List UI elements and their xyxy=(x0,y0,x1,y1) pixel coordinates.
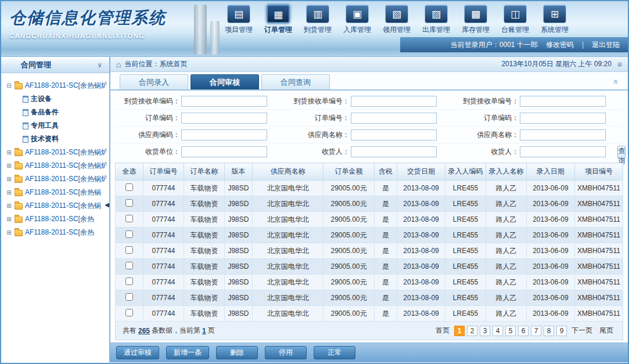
table-row: 077744 车载物资 J98SD 北京国电华北 29005.00元 是 201… xyxy=(116,259,623,275)
breadcrumb: 当前位置：系统首页 xyxy=(124,59,187,69)
page-number-link[interactable]: 7 xyxy=(531,326,541,336)
delivery-date-cell: 2013-08-09 xyxy=(397,228,445,243)
page-number-link[interactable]: 3 xyxy=(480,326,490,336)
row-checkbox[interactable] xyxy=(125,199,133,207)
logout-link[interactable]: 退出登陆 xyxy=(592,40,620,50)
action-button[interactable]: 删除 xyxy=(216,346,258,359)
row-checkbox[interactable] xyxy=(125,277,133,285)
page-number-link[interactable]: 2 xyxy=(467,326,477,336)
action-button[interactable]: 正常 xyxy=(314,346,355,359)
nav-item[interactable]: ⊞ 系统管理 xyxy=(539,5,570,35)
page-number-link[interactable]: 9 xyxy=(556,326,567,336)
tree-item[interactable]: ⊞ AF1188-2011-SC[余热 xyxy=(6,226,107,239)
action-button[interactable]: 通过审核 xyxy=(116,346,159,359)
row-checkbox[interactable] xyxy=(125,262,133,269)
project-no-cell: XMBH047511 xyxy=(574,290,623,306)
order-no-cell: 077744 xyxy=(143,212,184,228)
list-icon[interactable]: ≡ xyxy=(617,60,622,69)
change-password-link[interactable]: 修改密码 xyxy=(546,40,574,50)
entry-date-cell: 2013-06-09 xyxy=(526,290,574,306)
tree-item[interactable]: ⊞ AF1188-2011-SC[余热锅炉 xyxy=(6,172,107,186)
nav-item[interactable]: ▩ 库存管理 xyxy=(460,5,491,35)
nav-item[interactable]: ▧ 领用管理 xyxy=(381,5,412,35)
page-number-link[interactable]: 4 xyxy=(493,326,503,336)
nav-item[interactable]: ▥ 到货管理 xyxy=(302,5,333,35)
action-bar: 通过审核 新增一条 删除 停用 正常 xyxy=(110,343,628,362)
expander-icon[interactable]: ⊞ xyxy=(6,229,12,236)
collapse-panel-icon[interactable]: « xyxy=(612,80,621,84)
tree-item[interactable]: 备品备件 xyxy=(14,106,107,119)
row-checkbox[interactable] xyxy=(125,230,133,238)
row-checkbox[interactable] xyxy=(125,183,133,191)
nav-item[interactable]: ▨ 出库管理 xyxy=(420,5,452,35)
tree-item[interactable]: 专用工具 xyxy=(14,119,107,132)
receiver-input[interactable] xyxy=(351,146,437,157)
order-code-input[interactable] xyxy=(181,113,267,124)
tree-item[interactable]: ⊞ AF1188-2011-SC[余热锅炉 xyxy=(6,159,107,172)
row-checkbox[interactable] xyxy=(125,293,133,301)
sidebar-collapse-handle[interactable]: ◀ xyxy=(105,202,109,208)
tree-item[interactable]: ⊞ AF1188-2011-SC[余热锅炉 xyxy=(6,146,107,159)
next-page-link[interactable]: 下一页 xyxy=(572,326,592,336)
expander-icon[interactable]: ⊞ xyxy=(6,189,12,196)
supplier-name-cell: 北京国电华北 xyxy=(252,259,323,275)
entry-date-cell: 2013-06-09 xyxy=(526,228,574,243)
tax-cell: 是 xyxy=(374,196,397,212)
tax-cell: 是 xyxy=(374,181,397,196)
tree-item[interactable]: 主设备 xyxy=(14,92,107,106)
nav-item[interactable]: ▤ 项目管理 xyxy=(223,5,254,35)
supplier-code-input[interactable] xyxy=(181,129,267,140)
receiver2-input[interactable] xyxy=(520,146,606,157)
receiving-unit-input[interactable] xyxy=(181,146,267,157)
expander-icon[interactable]: ⊞ xyxy=(6,176,12,182)
row-checkbox[interactable] xyxy=(125,215,133,222)
nav-item[interactable]: ◫ 台账管理 xyxy=(499,5,531,35)
nav-item[interactable]: ▣ 入库管理 xyxy=(342,5,373,35)
supplier-name2-input[interactable] xyxy=(520,129,606,140)
tab[interactable]: 合同查询 xyxy=(261,74,330,89)
page-number-link[interactable]: 8 xyxy=(544,326,554,336)
expander-icon[interactable]: ⊟ xyxy=(6,82,12,89)
project-no-cell: XMBH047511 xyxy=(574,196,623,212)
tree-item[interactable]: 技术资料 xyxy=(14,132,107,146)
arrival-receipt-no-input[interactable] xyxy=(351,96,437,107)
sidebar: 合同管理 ∨ ⊟ AF1188-2011-SC[余热锅炉岛 主设备 xyxy=(1,57,110,362)
chevron-down-icon[interactable]: ∨ xyxy=(97,61,102,69)
tree-item[interactable]: ⊞ AF1188-2011-SC[余热锅 xyxy=(6,199,107,212)
tree-node-icon xyxy=(15,83,23,89)
tree-item[interactable]: ⊟ AF1188-2011-SC[余热锅炉岛 xyxy=(6,79,107,92)
tree-item[interactable]: ⊞ AF1188-2011-SC[余热 xyxy=(6,212,107,226)
form-row: 订单编码： 订单编号： 订单编码： xyxy=(115,110,623,127)
tab[interactable]: 合同录入 xyxy=(120,74,188,89)
module-icon: ▣ xyxy=(346,5,369,23)
page-number-link[interactable]: 5 xyxy=(505,326,516,336)
supplier-name-input[interactable] xyxy=(351,129,437,140)
row-checkbox[interactable] xyxy=(125,309,133,316)
order-code2-input[interactable] xyxy=(520,113,606,124)
order-no-input[interactable] xyxy=(351,113,437,124)
action-button[interactable]: 停用 xyxy=(265,346,307,359)
last-page-link[interactable]: 尾页 xyxy=(599,326,613,336)
first-page-link[interactable]: 首页 xyxy=(436,326,450,336)
tab[interactable]: 合同审核 xyxy=(191,74,259,89)
sidebar-header[interactable]: 合同管理 ∨ xyxy=(1,57,109,73)
module-icon-glyph: ◫ xyxy=(511,9,520,20)
table-row: 077744 车载物资 J98SD 北京国电华北 29005.00元 是 201… xyxy=(116,306,623,322)
expander-icon[interactable]: ⊞ xyxy=(6,149,12,156)
project-no-cell: XMBH047511 xyxy=(574,228,623,243)
table-row: 077744 车载物资 J98SD 北京国电华北 29005.00元 是 201… xyxy=(116,228,623,243)
summary-prefix: 共有 xyxy=(123,326,136,336)
search-button[interactable]: 查 询 xyxy=(617,146,626,158)
expander-icon[interactable]: ⊞ xyxy=(6,216,12,222)
tree-item[interactable]: ⊞ AF1188-2011-SC[余热锅 xyxy=(6,186,107,199)
action-button[interactable]: 新增一条 xyxy=(166,346,209,359)
row-checkbox[interactable] xyxy=(125,246,133,254)
page-number-link[interactable]: 6 xyxy=(518,326,529,336)
nav-item[interactable]: ▦ 订单管理 xyxy=(263,5,294,35)
supplier-name-cell: 北京国电华北 xyxy=(252,228,323,243)
arrival-receipt-code-input[interactable] xyxy=(181,96,267,107)
expander-icon[interactable]: ⊞ xyxy=(6,163,12,169)
arrival-receipt-no2-input[interactable] xyxy=(520,96,606,107)
page-number-link[interactable]: 1 xyxy=(454,326,465,336)
expander-icon[interactable]: ⊞ xyxy=(6,203,12,209)
